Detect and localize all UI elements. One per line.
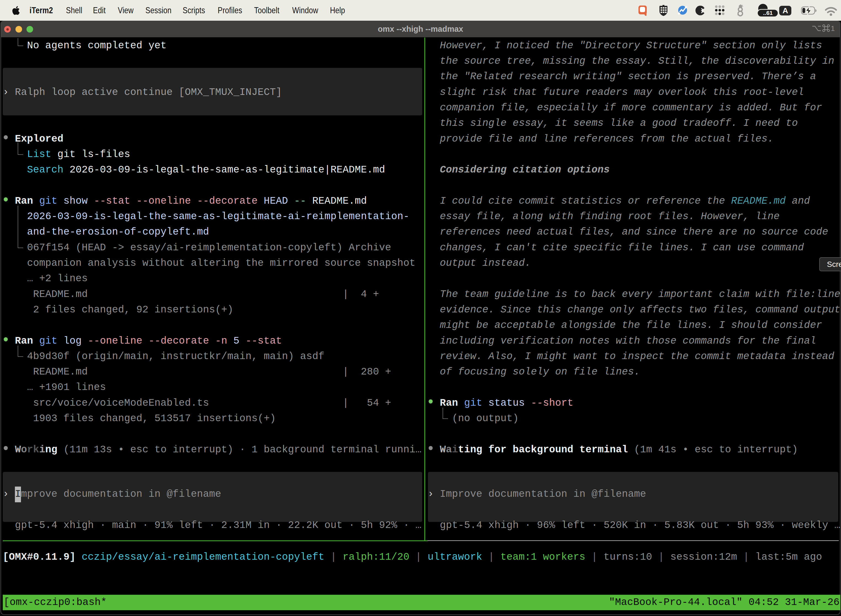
svg-text:1: 1 <box>831 24 835 32</box>
svg-text:..61: ..61 <box>763 10 772 16</box>
